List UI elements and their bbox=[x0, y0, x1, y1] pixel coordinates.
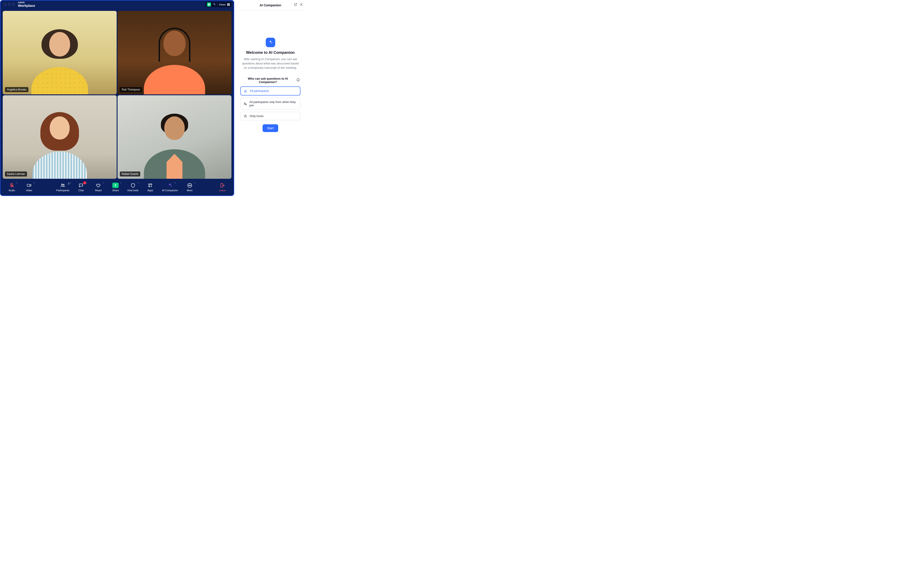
participant-name-tag: Sasha Lehman bbox=[5, 171, 27, 176]
chevron-up-icon[interactable]: ^ bbox=[120, 182, 121, 185]
window-controls[interactable] bbox=[4, 3, 15, 6]
share-label: Share bbox=[112, 189, 119, 192]
svg-point-18 bbox=[246, 90, 247, 91]
traffic-light-close-icon[interactable] bbox=[4, 3, 6, 6]
svg-rect-2 bbox=[228, 5, 228, 6]
ai-sparkle-icon[interactable] bbox=[212, 3, 216, 6]
ai-companion-panel: AI Companion Welcome to AI Companion Aft… bbox=[234, 0, 306, 196]
heart-icon: ^ bbox=[95, 183, 102, 188]
participant-name-tag: Angelica Brooks bbox=[5, 87, 28, 92]
permission-options: All participants All participants only f… bbox=[240, 86, 300, 120]
apps-icon bbox=[147, 183, 153, 188]
host-tools-label: Host tools bbox=[127, 189, 139, 192]
brand-line-2: Workplace bbox=[18, 4, 35, 8]
chat-icon: 1 ^ bbox=[78, 183, 84, 188]
audio-button[interactable]: ^ Audio bbox=[6, 183, 17, 192]
title-divider bbox=[217, 3, 218, 6]
video-label: Video bbox=[26, 189, 32, 192]
video-grid: Angelica Brooks Rob Thompson Sasha Lehma… bbox=[0, 8, 234, 179]
svg-point-17 bbox=[245, 90, 245, 91]
svg-point-7 bbox=[63, 184, 64, 185]
ai-companion-button[interactable]: ^ AI Companion bbox=[162, 183, 178, 192]
participants-count: 3 bbox=[68, 182, 69, 185]
video-button[interactable]: ^ Video bbox=[24, 183, 34, 192]
leave-icon bbox=[219, 183, 226, 188]
option-all-participants[interactable]: All participants bbox=[240, 86, 300, 95]
camera-icon: ^ bbox=[26, 183, 32, 188]
app-brand: zoom Workplace bbox=[18, 1, 35, 7]
chevron-up-icon[interactable]: ^ bbox=[70, 182, 71, 185]
apps-label: Apps bbox=[147, 189, 153, 192]
views-grid-icon[interactable] bbox=[227, 3, 230, 6]
participants-label: Participants bbox=[56, 189, 69, 192]
video-tile[interactable]: Angelica Brooks bbox=[3, 11, 116, 94]
video-tile[interactable]: Rob Thompson bbox=[118, 11, 231, 94]
views-button[interactable]: Views bbox=[219, 3, 226, 6]
chevron-up-icon[interactable]: ^ bbox=[175, 182, 176, 185]
permissions-question: Who can ask questions to AI Companion? bbox=[241, 77, 295, 84]
meeting-toolbar: ^ Audio ^ Video 3 ^ Participants 1 bbox=[0, 179, 234, 195]
chat-label: Chat bbox=[79, 189, 84, 192]
participant-avatar bbox=[27, 109, 92, 179]
chat-button[interactable]: 1 ^ Chat bbox=[76, 183, 86, 192]
option-label: All participants bbox=[250, 89, 269, 92]
shield-icon: ^ bbox=[129, 183, 136, 188]
chevron-up-icon[interactable]: ^ bbox=[86, 182, 87, 185]
participant-avatar bbox=[141, 109, 207, 179]
svg-point-13 bbox=[189, 185, 190, 186]
close-icon[interactable] bbox=[300, 3, 303, 6]
option-only-hosts[interactable]: Only hosts bbox=[240, 112, 300, 120]
share-screen-icon: ^ bbox=[112, 183, 119, 188]
participant-avatar bbox=[27, 25, 92, 94]
person-clock-icon bbox=[243, 102, 247, 105]
ai-companion-label: AI Companion bbox=[162, 189, 178, 192]
start-button[interactable]: Start bbox=[263, 124, 278, 132]
svg-point-9 bbox=[151, 184, 152, 185]
participant-name-tag: Rafael Duarte bbox=[120, 171, 140, 176]
chevron-up-icon[interactable]: ^ bbox=[194, 182, 195, 185]
video-tile[interactable]: Sasha Lehman bbox=[3, 95, 116, 179]
traffic-light-minimize-icon[interactable] bbox=[8, 3, 10, 6]
chevron-up-icon[interactable]: ^ bbox=[137, 182, 139, 185]
chevron-up-icon[interactable]: ^ bbox=[103, 182, 104, 185]
react-button[interactable]: ^ React bbox=[93, 183, 104, 192]
title-right-controls: Views bbox=[205, 2, 231, 7]
participants-button[interactable]: 3 ^ Participants bbox=[56, 183, 69, 192]
popout-icon[interactable] bbox=[294, 3, 297, 6]
microphone-muted-icon: ^ bbox=[8, 183, 15, 188]
welcome-description: After starting AI Companion, you can ask… bbox=[240, 57, 300, 70]
host-tools-button[interactable]: ^ Host tools bbox=[127, 183, 139, 192]
welcome-title: Welcome to AI Companion bbox=[240, 50, 300, 55]
leave-label: Leave bbox=[219, 189, 226, 192]
svg-rect-21 bbox=[244, 116, 246, 117]
chevron-up-icon[interactable]: ^ bbox=[34, 182, 35, 185]
svg-rect-0 bbox=[228, 3, 228, 5]
react-label: React bbox=[95, 189, 102, 192]
share-button[interactable]: ^ Share bbox=[110, 183, 121, 192]
people-icon bbox=[244, 89, 247, 93]
chevron-up-icon[interactable]: ^ bbox=[16, 182, 18, 185]
option-from-when-join[interactable]: All participants only from when they joi… bbox=[240, 98, 300, 110]
leave-button[interactable]: Leave bbox=[217, 183, 228, 192]
video-tile[interactable]: Rafael Duarte bbox=[118, 95, 231, 179]
participant-name-tag: Rob Thompson bbox=[120, 87, 142, 92]
audio-label: Audio bbox=[9, 189, 15, 192]
svg-point-12 bbox=[189, 185, 189, 186]
svg-point-14 bbox=[191, 185, 191, 186]
participant-avatar bbox=[141, 25, 207, 94]
permissions-question-row: Who can ask questions to AI Companion? bbox=[240, 77, 300, 84]
titlebar: zoom Workplace Views bbox=[0, 0, 234, 8]
traffic-light-zoom-icon[interactable] bbox=[12, 3, 15, 6]
info-icon[interactable] bbox=[296, 78, 300, 82]
more-label: More bbox=[187, 189, 193, 192]
option-label: Only hosts bbox=[250, 114, 263, 118]
svg-point-19 bbox=[244, 103, 245, 103]
encryption-shield-icon[interactable] bbox=[207, 3, 211, 6]
svg-point-8 bbox=[149, 184, 150, 185]
svg-rect-3 bbox=[229, 5, 230, 6]
participants-icon: 3 ^ bbox=[60, 183, 66, 188]
panel-body: Welcome to AI Companion After starting A… bbox=[234, 10, 306, 132]
more-button[interactable]: ^ More bbox=[184, 183, 195, 192]
apps-button[interactable]: Apps bbox=[145, 183, 156, 192]
svg-point-10 bbox=[149, 186, 150, 187]
